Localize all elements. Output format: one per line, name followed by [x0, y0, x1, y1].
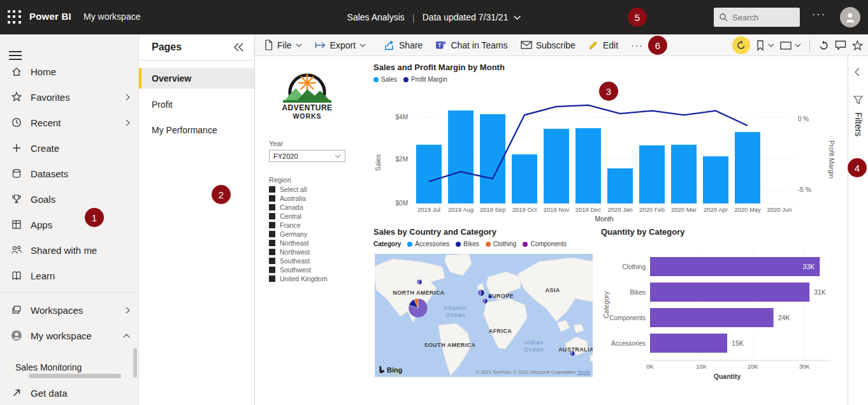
edit-button[interactable]: Edit — [582, 34, 625, 55]
map-pie-bubble[interactable] — [417, 279, 422, 284]
sales-bar-2019-Aug[interactable] — [448, 110, 474, 203]
sales-bar-2020-May[interactable] — [735, 132, 760, 203]
collapse-pages-icon[interactable] — [234, 43, 244, 52]
checkbox-icon[interactable] — [269, 186, 275, 193]
annotation-badge-3: 3 — [599, 82, 618, 101]
workspaces-icon — [10, 304, 23, 316]
terms-link[interactable]: Terms — [577, 369, 590, 375]
checkbox-icon[interactable] — [269, 231, 275, 237]
chat-in-teams-button[interactable]: T Chat in Teams — [429, 34, 514, 55]
legend-dot-icon — [403, 77, 409, 82]
sales-bar-2019-Sep[interactable] — [480, 114, 505, 203]
region-option-central[interactable]: Central — [269, 212, 328, 221]
app-launcher-icon[interactable] — [8, 10, 22, 24]
legend-item-bikes[interactable]: Bikes — [456, 240, 479, 247]
map-pie-bubble[interactable] — [488, 295, 492, 298]
map-pie-bubble[interactable] — [409, 298, 428, 318]
share-button[interactable]: Share — [377, 34, 429, 55]
checkbox-icon[interactable] — [269, 213, 275, 219]
refresh-button[interactable] — [818, 40, 829, 51]
nav-item-create[interactable]: Create — [0, 135, 139, 161]
reset-to-default-button[interactable] — [732, 36, 750, 54]
legend-item-profit-margin[interactable]: Profit Margin — [403, 76, 447, 83]
nav-item-workspaces[interactable]: Workspaces — [0, 297, 139, 323]
checkbox-icon[interactable] — [269, 258, 275, 264]
nav-item-apps[interactable]: Apps — [0, 212, 139, 237]
page-tab-profit[interactable]: Profit — [139, 94, 254, 115]
comments-button[interactable] — [835, 40, 846, 50]
filter-funnel-icon[interactable] — [853, 96, 863, 105]
export-icon — [315, 41, 326, 49]
sales-bar-2020-Feb[interactable] — [639, 145, 665, 203]
expand-filters-icon[interactable] — [854, 68, 860, 77]
region-option-northeast[interactable]: Northeast — [269, 239, 328, 247]
checkbox-icon[interactable] — [269, 222, 275, 228]
checkbox-icon[interactable] — [269, 249, 275, 255]
map-pie-bubble[interactable] — [478, 290, 484, 296]
bookmarks-button[interactable] — [756, 40, 774, 51]
vertical-scrollbar[interactable] — [133, 348, 137, 378]
quantity-bar-components[interactable] — [650, 308, 774, 327]
file-menu-button[interactable]: File — [257, 34, 308, 55]
sales-bar-2019-Jul[interactable] — [416, 145, 442, 203]
subscribe-button[interactable]: Subscribe — [514, 34, 582, 55]
nav-item-datasets[interactable]: Datasets — [0, 161, 139, 186]
map-pie-bubble[interactable] — [482, 298, 488, 304]
checkbox-icon[interactable] — [269, 204, 275, 210]
account-avatar[interactable] — [840, 7, 860, 27]
nav-item-get-data[interactable]: Get data — [0, 380, 139, 405]
nav-item-learn[interactable]: Learn — [0, 263, 139, 288]
nav-item-favorites[interactable]: Favorites — [0, 84, 139, 110]
checkbox-icon[interactable] — [269, 276, 275, 282]
nav-item-shared-with-me[interactable]: Shared with me — [0, 237, 139, 263]
export-menu-button[interactable]: Export — [308, 34, 372, 55]
nav-item-home[interactable]: Home — [0, 59, 139, 84]
sales-bar-2019-Nov[interactable] — [544, 129, 569, 203]
horizontal-scrollbar[interactable] — [29, 374, 121, 378]
region-option-southwest[interactable]: Southwest — [269, 265, 328, 274]
region-option-australia[interactable]: Australia — [269, 194, 328, 203]
legend-item-accessories[interactable]: Accessories — [407, 240, 449, 247]
nav-item-my-workspace[interactable]: My workspace — [0, 323, 139, 348]
quantity-bar-bikes[interactable] — [650, 283, 809, 302]
map-pie-bubble[interactable] — [570, 351, 575, 356]
year-dropdown[interactable]: FY2020 — [269, 150, 345, 162]
checkbox-icon[interactable] — [269, 240, 275, 246]
sales-bar-2020-Mar[interactable] — [671, 145, 697, 203]
region-option-france[interactable]: France — [269, 221, 328, 230]
region-option-canada[interactable]: Canada — [269, 203, 328, 212]
legend-item-components[interactable]: Components — [523, 240, 567, 247]
more-options-button[interactable]: ··· — [812, 9, 826, 20]
region-option-germany[interactable]: Germany — [269, 230, 328, 239]
quantity-bar-accessories[interactable] — [650, 334, 727, 353]
quantity-bar-clothing[interactable] — [650, 257, 820, 276]
page-tab-my-performance[interactable]: My Performance — [139, 120, 254, 140]
sales-bar-2019-Oct[interactable] — [512, 154, 537, 203]
sales-bar-2020-Jan[interactable] — [607, 168, 633, 203]
search-input[interactable] — [732, 13, 790, 22]
legend-item-clothing[interactable]: Clothing — [486, 240, 517, 247]
nav-report-sales-monitoring[interactable]: Sales Monitoring — [15, 360, 130, 375]
region-option-select-all[interactable]: Select all — [269, 185, 328, 194]
sales-bar-2019-Dec[interactable] — [575, 128, 601, 203]
checkbox-icon[interactable] — [269, 195, 275, 202]
sales-map[interactable]: NORTH AMERICASOUTH AMERICAEUROPEASIAAFRI… — [375, 254, 593, 377]
checkbox-icon[interactable] — [269, 267, 275, 273]
view-button[interactable] — [780, 41, 801, 50]
workspace-breadcrumb[interactable]: My workspace — [83, 11, 140, 22]
global-search[interactable] — [714, 8, 800, 27]
nav-item-recent[interactable]: Recent — [0, 110, 139, 135]
filters-label[interactable]: Filters — [853, 112, 864, 136]
page-tab-overview[interactable]: Overview — [139, 68, 254, 89]
envelope-icon — [521, 41, 532, 49]
sales-bar-2020-Apr[interactable] — [703, 156, 728, 203]
nav-item-goals[interactable]: Goals — [0, 186, 139, 212]
region-option-united-kingdom[interactable]: United Kingdom — [269, 274, 328, 283]
region-option-northwest[interactable]: Northwest — [269, 247, 328, 256]
legend-item-sales[interactable]: Sales — [373, 76, 397, 83]
favorite-button[interactable] — [852, 40, 863, 51]
region-option-southeast[interactable]: Southeast — [269, 256, 328, 265]
powerbi-logo[interactable]: Power BI — [29, 11, 71, 22]
data-updated-menu[interactable]: Data updated 7/31/21 — [423, 12, 521, 22]
toolbar-more-button[interactable]: ··· — [625, 34, 650, 55]
